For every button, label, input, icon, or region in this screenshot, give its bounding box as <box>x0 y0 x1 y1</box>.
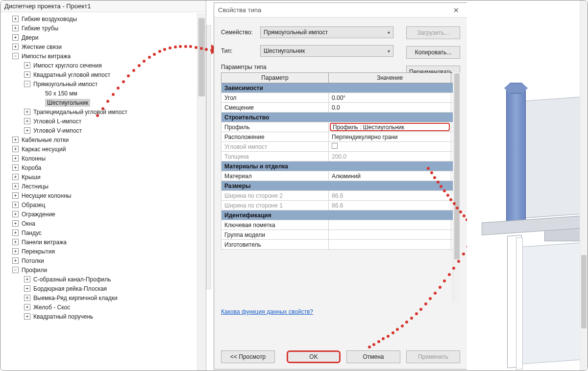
param-group-header[interactable]: Размеры⌃ <box>221 181 460 191</box>
expand-icon[interactable]: + <box>12 239 19 245</box>
collapse-icon[interactable]: − <box>12 53 19 59</box>
expand-icon[interactable]: + <box>24 295 30 301</box>
param-value[interactable]: Перпендикулярно грани <box>329 132 451 142</box>
param-group-header[interactable]: Материалы и отделка⌃ <box>221 162 460 171</box>
load-button[interactable]: Загрузить... <box>406 26 460 39</box>
viewport-scrollbar-thumb[interactable] <box>581 255 587 328</box>
tree-item[interactable]: +Желоб - Скос <box>3 302 197 312</box>
tree-item[interactable]: +Пандус <box>3 228 197 237</box>
expand-icon[interactable]: + <box>12 220 19 227</box>
expand-icon[interactable]: + <box>12 192 19 199</box>
tree-item[interactable]: +Трапецеидальный угловой импост <box>3 107 197 116</box>
expand-icon[interactable]: + <box>12 257 19 264</box>
tree-item[interactable]: −Прямоугольный импост <box>3 79 197 89</box>
param-group-header[interactable]: Зависимости⌃ <box>221 83 460 93</box>
expand-icon[interactable]: + <box>24 118 30 124</box>
tree-item[interactable]: +Выемка-Ряд кирпичной кладки <box>3 293 197 302</box>
viewport-scrollbar[interactable] <box>580 0 588 371</box>
tree-item[interactable]: +Жесткие связи <box>3 42 197 51</box>
help-link[interactable]: Какова функция данных свойств? <box>221 308 313 315</box>
param-row[interactable]: Группа модели <box>221 230 460 240</box>
tree-item[interactable]: +Гибкие воздуховоды <box>3 14 197 23</box>
expand-icon[interactable]: + <box>24 276 30 282</box>
param-row[interactable]: Угол0.00° <box>221 93 460 103</box>
copy-button[interactable]: Копировать... <box>406 46 460 59</box>
param-value[interactable] <box>329 220 451 230</box>
close-icon[interactable]: ✕ <box>449 5 463 15</box>
expand-icon[interactable]: + <box>24 285 30 292</box>
param-row[interactable]: РасположениеПерпендикулярно грани <box>221 132 460 142</box>
param-value[interactable]: Алюминий <box>329 171 451 181</box>
tree-item[interactable]: +Образец <box>3 200 197 209</box>
tree-item[interactable]: +Каркас несущий <box>3 144 197 154</box>
param-value[interactable] <box>329 240 451 250</box>
expand-icon[interactable]: + <box>24 62 30 69</box>
expand-icon[interactable]: + <box>24 127 30 134</box>
tree-item[interactable]: +Импост круглого сечения <box>3 61 197 70</box>
expand-icon[interactable]: + <box>12 155 19 162</box>
param-row[interactable]: Смещение0.0 <box>221 103 460 113</box>
apply-button[interactable]: Применить <box>406 350 460 363</box>
browser-scrollbar-thumb[interactable] <box>198 18 205 96</box>
param-group-header[interactable]: Строительство⌃ <box>221 113 460 122</box>
param-row[interactable]: Толщина200.0 <box>221 152 460 162</box>
table-scrollbar[interactable] <box>453 72 461 302</box>
tree-item[interactable]: 50 x 150 мм <box>3 89 197 98</box>
tree-item[interactable]: +Угловой L-импост <box>3 116 197 126</box>
collapse-icon[interactable]: − <box>24 81 30 87</box>
type-combo[interactable]: Шестиугольник ▾ <box>260 45 393 57</box>
param-value[interactable]: 0.0 <box>329 103 451 113</box>
tree-item[interactable]: +Крыши <box>3 172 197 182</box>
expand-icon[interactable]: + <box>12 230 19 236</box>
param-value[interactable]: 86.6 <box>329 191 451 201</box>
table-scrollbar-thumb[interactable] <box>454 73 460 259</box>
tree-item[interactable]: +Колонны <box>3 154 197 163</box>
preview-button[interactable]: << Просмотр <box>221 350 275 363</box>
tree-item[interactable]: +C-образный канал-Профиль <box>3 275 197 284</box>
family-combo[interactable]: Прямоугольный импост ▾ <box>260 26 393 38</box>
param-row[interactable]: ПрофильПрофиль : Шестиугольник <box>221 122 460 132</box>
expand-icon[interactable]: + <box>12 164 19 171</box>
tree-item[interactable]: −Импосты витража <box>3 51 197 61</box>
expand-icon[interactable]: + <box>12 44 19 50</box>
tree-item[interactable]: +Кабельные лотки <box>3 135 197 144</box>
tree-item[interactable]: −Профили <box>3 265 197 275</box>
expand-icon[interactable]: + <box>24 109 30 115</box>
param-value[interactable] <box>329 142 451 152</box>
expand-icon[interactable]: + <box>24 71 30 78</box>
browser-scrollbar[interactable] <box>197 13 206 371</box>
tree-item[interactable]: +Ограждение <box>3 209 197 219</box>
tree-item[interactable]: +Перекрытия <box>3 247 197 256</box>
expand-icon[interactable]: + <box>24 304 30 310</box>
project-browser-tree[interactable]: +Гибкие воздуховоды+Гибкие трубы+Двери+Ж… <box>0 13 197 371</box>
collapse-icon[interactable]: − <box>12 267 19 273</box>
tree-item[interactable]: +Панели витража <box>3 237 197 247</box>
expand-icon[interactable]: + <box>24 313 30 320</box>
param-value[interactable]: 86.6 <box>329 201 451 210</box>
tree-item[interactable]: +Потолки <box>3 256 197 265</box>
tree-item[interactable]: +Двери <box>3 33 197 42</box>
panel-splitter[interactable] <box>206 25 211 289</box>
tree-item[interactable]: Шестиугольник <box>3 98 197 107</box>
expand-icon[interactable]: + <box>12 25 19 31</box>
tree-item[interactable]: +Бордюрная рейка-Плоская <box>3 284 197 293</box>
expand-icon[interactable]: + <box>12 183 19 189</box>
expand-icon[interactable]: + <box>12 16 19 22</box>
type-params-table[interactable]: Параметр Значение = Зависимости⌃Угол0.00… <box>221 72 460 250</box>
expand-icon[interactable]: + <box>12 146 19 152</box>
param-row[interactable]: МатериалАлюминий <box>221 171 460 181</box>
expand-icon[interactable]: + <box>12 174 19 180</box>
cancel-button[interactable]: Отмена <box>346 350 400 363</box>
param-row[interactable]: Ширина по стороне 186.6 <box>221 201 460 210</box>
col-header-value[interactable]: Значение <box>329 73 451 83</box>
param-row[interactable]: Ширина по стороне 286.6 <box>221 191 460 201</box>
viewport[interactable] <box>467 0 588 371</box>
col-header-param[interactable]: Параметр <box>221 73 329 83</box>
param-value[interactable] <box>329 230 451 240</box>
tree-item[interactable]: +Гибкие трубы <box>3 23 197 33</box>
expand-icon[interactable]: + <box>12 211 19 217</box>
checkbox[interactable] <box>332 143 338 149</box>
param-group-header[interactable]: Идентификация⌃ <box>221 210 460 220</box>
expand-icon[interactable]: + <box>12 34 19 41</box>
param-row[interactable]: Изготовитель <box>221 240 460 250</box>
